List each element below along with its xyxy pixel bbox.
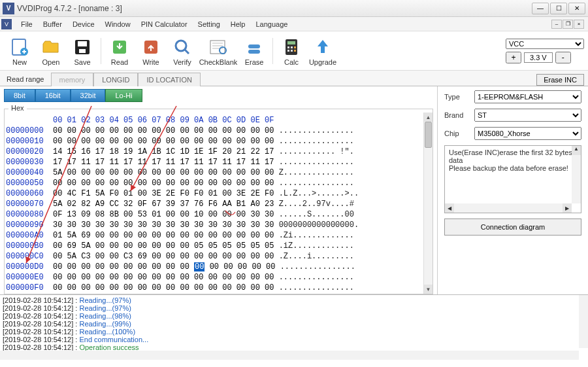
checkblank-button[interactable]: CheckBlank (198, 35, 238, 67)
mdi-restore-button[interactable]: ❐ (563, 20, 573, 29)
chip-label: Chip (444, 130, 470, 137)
read-button[interactable]: Read (104, 35, 135, 67)
open-button[interactable]: Open (35, 35, 67, 67)
svg-rect-19 (294, 50, 296, 52)
checkblank-icon (207, 36, 229, 58)
svg-rect-16 (294, 46, 296, 48)
calc-button[interactable]: Calc (276, 35, 307, 67)
type-label: Type (444, 93, 470, 101)
svg-rect-17 (287, 50, 289, 52)
verify-icon (171, 36, 193, 58)
menu-device[interactable]: Device (67, 19, 100, 29)
chip-select[interactable]: M35080_Xhorse (474, 127, 581, 140)
msg-hscrollbar[interactable]: ◀ ▶ (445, 203, 572, 213)
msg-scroll-up-icon[interactable]: ▲ (572, 146, 581, 155)
maximize-button[interactable]: ☐ (550, 3, 567, 14)
calculator-icon (280, 36, 302, 58)
mdi-minimize-button[interactable]: – (551, 20, 562, 29)
brand-label: Brand (444, 111, 470, 119)
hex-fieldset: Hex 00 01 02 03 04 05 06 07 08 09 0A 0B … (4, 105, 433, 294)
menu-file[interactable]: File (16, 19, 38, 29)
lohi-button[interactable]: Lo-Hi (105, 89, 142, 102)
verify-button[interactable]: Verify (167, 35, 198, 67)
main-area: 8bit 16bit 32bit Lo-Hi Hex 00 01 02 03 0… (0, 86, 588, 294)
svg-rect-4 (79, 49, 86, 53)
menu-buffer[interactable]: Buffer (38, 19, 67, 29)
app-icon-small: V (1, 19, 12, 29)
save-icon (71, 36, 93, 58)
scroll-thumb[interactable] (425, 122, 432, 148)
read-icon (108, 36, 131, 58)
upgrade-icon (312, 36, 334, 58)
menu-pin-calculator[interactable]: PIN Calculator (136, 19, 193, 29)
folder-open-icon (40, 36, 62, 58)
log-area: [2019-02-28 10:54:12] : Reading...(97%)[… (0, 294, 588, 360)
erase-button[interactable]: Erase (238, 35, 270, 67)
info-line1: Use(Erase INC)erase the first 32 bytes d… (449, 149, 577, 164)
scroll-up-icon[interactable]: ▲ (424, 113, 433, 122)
menu-setting[interactable]: Setting (193, 19, 225, 29)
menubar: V File Buffer Device Window PIN Calculat… (0, 17, 588, 31)
write-button[interactable]: Write (135, 35, 167, 67)
hscroll-right-icon[interactable]: ▶ (563, 203, 572, 213)
read-range-label: Read range (0, 73, 51, 86)
log-line: [2019-02-28 10:54:12] : End communicatio… (3, 336, 585, 343)
log-line: [2019-02-28 10:54:12] : Reading...(98%) (3, 312, 585, 320)
hex-scrollbar[interactable]: ▲ ▼ (423, 113, 433, 294)
new-button[interactable]: New (4, 35, 35, 67)
mdi-close-button[interactable]: × (574, 20, 584, 29)
info-message-box: Use(Erase INC)erase the first 32 bytes d… (444, 145, 581, 213)
svg-rect-10 (248, 44, 260, 48)
brand-select[interactable]: ST (474, 109, 581, 122)
svg-rect-3 (78, 41, 87, 46)
bit16-button[interactable]: 16bit (35, 89, 71, 102)
info-line2: Please backup the data before erase! (449, 164, 577, 172)
bit8-button[interactable]: 8bit (4, 89, 35, 102)
bit32-button[interactable]: 32bit (71, 89, 106, 102)
upgrade-button[interactable]: Upgrade (307, 35, 338, 67)
vcc-plus-button[interactable]: + (506, 52, 521, 63)
menu-help[interactable]: Help (225, 19, 251, 29)
hex-legend: Hex (8, 105, 27, 112)
log-line: [2019-02-28 10:54:12] : Reading...(99%) (3, 320, 585, 328)
minimize-button[interactable]: — (532, 3, 549, 14)
app-icon: V (3, 3, 14, 14)
erase-inc-button[interactable]: Erase INC (536, 74, 584, 86)
svg-point-7 (176, 41, 186, 51)
write-icon (140, 36, 162, 58)
right-panel: Type1-EEPROM&FLASH BrandST ChipM35080_Xh… (438, 86, 588, 294)
vcc-mode-select[interactable]: VCC (506, 39, 584, 49)
type-select[interactable]: 1-EEPROM&FLASH (474, 90, 581, 103)
vcc-minus-button[interactable]: - (555, 52, 571, 63)
tab-longid[interactable]: LONGID (93, 73, 138, 86)
new-file-icon (8, 36, 31, 58)
titlebar: V VVDIProg 4.7.2 - [noname : 3] — ☐ ✕ (0, 0, 588, 17)
toolbar: New Open Save Read Write Verify CheckBla… (0, 31, 588, 71)
svg-rect-11 (248, 50, 260, 54)
menu-language[interactable]: Language (250, 19, 293, 29)
svg-rect-14 (287, 46, 289, 48)
log-hscrollbar[interactable] (0, 351, 579, 360)
log-line: [2019-02-28 10:54:12] : Reading...(100%) (3, 328, 585, 336)
save-button[interactable]: Save (67, 35, 98, 67)
log-line: [2019-02-28 10:54:12] : Reading...(97%) (3, 296, 585, 304)
log-vscrollbar[interactable] (579, 295, 588, 348)
hex-area: 8bit 16bit 32bit Lo-Hi Hex 00 01 02 03 0… (0, 86, 438, 294)
tab-memory[interactable]: memory (51, 73, 94, 86)
vcc-value: 3.3 V (524, 52, 553, 63)
log-line: [2019-02-28 10:54:12] : Reading...(97%) (3, 304, 585, 312)
connection-diagram-button[interactable]: Connection diagram (444, 218, 581, 236)
scroll-down-icon[interactable]: ▼ (424, 285, 433, 294)
tab-id-location[interactable]: ID LOCATION (138, 73, 200, 86)
tabbar: Read range memory LONGID ID LOCATION Era… (0, 71, 588, 86)
svg-rect-18 (291, 50, 293, 52)
window-title: VVDIProg 4.7.2 - [noname : 3] (17, 4, 532, 13)
hscroll-left-icon[interactable]: ◀ (445, 203, 454, 213)
menu-window[interactable]: Window (100, 19, 136, 29)
svg-rect-15 (291, 46, 293, 48)
erase-icon (243, 36, 265, 58)
hex-table[interactable]: 00 01 02 03 04 05 06 07 08 09 0A 0B 0C 0… (6, 115, 423, 292)
svg-rect-13 (287, 41, 295, 44)
close-button[interactable]: ✕ (568, 3, 585, 14)
